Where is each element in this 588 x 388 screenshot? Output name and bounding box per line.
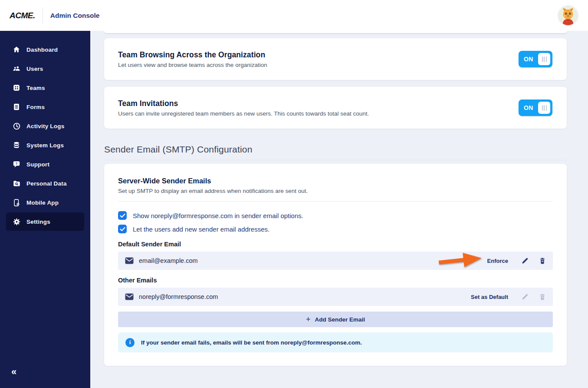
sidebar-item-label: Support: [26, 161, 49, 168]
default-sender-email-label: Default Sender Email: [118, 241, 553, 248]
gear-icon: [12, 217, 21, 226]
mobile-phone-icon: [12, 198, 21, 207]
sidebar-item-label: Users: [26, 66, 43, 72]
checkbox-checked-icon[interactable]: [118, 211, 127, 220]
setting-card-team-invitations: Team Invitations Users can invite unregi…: [104, 87, 567, 129]
sidebar-item-label: Teams: [26, 85, 45, 91]
sidebar-item-personal-data[interactable]: Personal Data: [6, 174, 84, 192]
default-email-row: email@example.com Enforce: [118, 252, 553, 270]
home-icon: [12, 45, 21, 54]
sidebar-item-label: Settings: [26, 219, 50, 225]
toggle-handle: [538, 53, 550, 65]
acme-logo: ACME.: [10, 11, 35, 20]
sidebar-collapse-icon[interactable]: «: [11, 367, 16, 377]
sidebar-item-mobile-app[interactable]: Mobile App: [6, 193, 84, 212]
info-icon: i: [125, 338, 135, 347]
setting-title: Team Browsing Across the Organization: [118, 50, 267, 60]
database-icon: [12, 141, 21, 149]
folder-search-icon: [12, 179, 21, 188]
sidebar-item-label: Mobile App: [26, 199, 59, 206]
teams-grid-icon: [12, 83, 21, 92]
sidebar-item-label: Activity Logs: [26, 123, 64, 129]
envelope-icon: [125, 293, 134, 300]
sidebar-item-label: Dashboard: [26, 46, 58, 53]
setting-description: Let users view and browse teams across t…: [118, 62, 267, 68]
set-as-default-link[interactable]: Set as Default: [471, 294, 508, 300]
app-title: Admin Console: [50, 12, 100, 20]
setting-card-team-browsing: Team Browsing Across the Organization Le…: [104, 38, 567, 80]
sidebar-item-activity-logs[interactable]: Activity Logs: [6, 117, 84, 135]
email-address: noreply@formresponse.com: [139, 293, 218, 300]
sidebar-item-teams[interactable]: Teams: [6, 79, 84, 97]
toggle-handle: [538, 102, 550, 114]
sidebar: Dashboard Users Teams: [0, 31, 90, 388]
checkbox-label: Show noreply@formresponse.com in sender …: [133, 212, 303, 219]
checkbox-checked-icon[interactable]: [118, 225, 127, 233]
top-header: ACME. Admin Console: [0, 0, 588, 31]
sidebar-item-system-logs[interactable]: System Logs: [6, 136, 84, 154]
users-icon: [12, 64, 21, 73]
edit-pencil-icon-disabled[interactable]: [521, 293, 529, 301]
delete-trash-icon-disabled[interactable]: [539, 293, 546, 301]
smtp-card-description: Set up SMTP to display an email address …: [118, 188, 553, 194]
smtp-settings-card: Server-Wide Sender Emails Set up SMTP to…: [104, 164, 567, 366]
toggle-on-label: ON: [524, 104, 538, 111]
sidebar-item-support[interactable]: ? Support: [6, 155, 84, 173]
sidebar-item-label: Personal Data: [26, 180, 67, 187]
envelope-icon: [125, 257, 134, 264]
add-sender-email-label: Add Sender Email: [315, 316, 365, 323]
delete-trash-icon[interactable]: [539, 257, 546, 265]
setting-title: Team Invitations: [118, 99, 369, 108]
plus-icon: +: [306, 315, 311, 323]
partial-card-above: [104, 31, 567, 33]
sidebar-item-settings[interactable]: Settings: [6, 212, 84, 231]
sidebar-item-users[interactable]: Users: [6, 60, 84, 78]
setting-description: Users can invite unregistered team membe…: [118, 110, 369, 117]
sender-email-info-banner: i If your sender email fails, emails wil…: [118, 332, 553, 352]
info-banner-text: If your sender email fails, emails will …: [141, 339, 362, 346]
toggle-on-label: ON: [524, 56, 538, 63]
card-divider: [118, 201, 553, 202]
checkbox-row-show-noreply[interactable]: Show noreply@formresponse.com in sender …: [118, 211, 553, 220]
other-email-row: noreply@formresponse.com Set as Default: [118, 288, 553, 306]
sidebar-item-dashboard[interactable]: Dashboard: [6, 40, 84, 59]
email-address: email@example.com: [139, 257, 198, 264]
sidebar-item-label: Forms: [26, 104, 45, 110]
other-emails-label: Other Emails: [118, 277, 553, 284]
add-sender-email-button[interactable]: + Add Sender Email: [118, 312, 553, 327]
checkbox-label: Let the users add new sender email addre…: [133, 226, 269, 233]
checkbox-row-let-users-add[interactable]: Let the users add new sender email addre…: [118, 225, 553, 233]
smtp-card-title: Server-Wide Sender Emails: [118, 177, 553, 185]
svg-text:?: ?: [16, 162, 18, 166]
enforce-link[interactable]: Enforce: [487, 258, 508, 264]
team-browsing-toggle[interactable]: ON: [519, 51, 552, 67]
smtp-section-heading: Sender Email (SMTP) Configuration: [104, 144, 567, 160]
sidebar-item-label: System Logs: [26, 142, 64, 149]
sidebar-item-forms[interactable]: Forms: [6, 98, 84, 116]
header-divider: [43, 7, 43, 24]
form-document-icon: [12, 103, 21, 111]
help-bubble-icon: ?: [12, 160, 21, 169]
edit-pencil-icon[interactable]: [521, 257, 529, 265]
team-invitations-toggle[interactable]: ON: [519, 99, 552, 116]
cat-avatar-icon: [558, 6, 578, 25]
clock-icon: [12, 122, 21, 130]
main-content: Team Browsing Across the Organization Le…: [90, 31, 588, 388]
user-avatar[interactable]: [558, 6, 578, 26]
